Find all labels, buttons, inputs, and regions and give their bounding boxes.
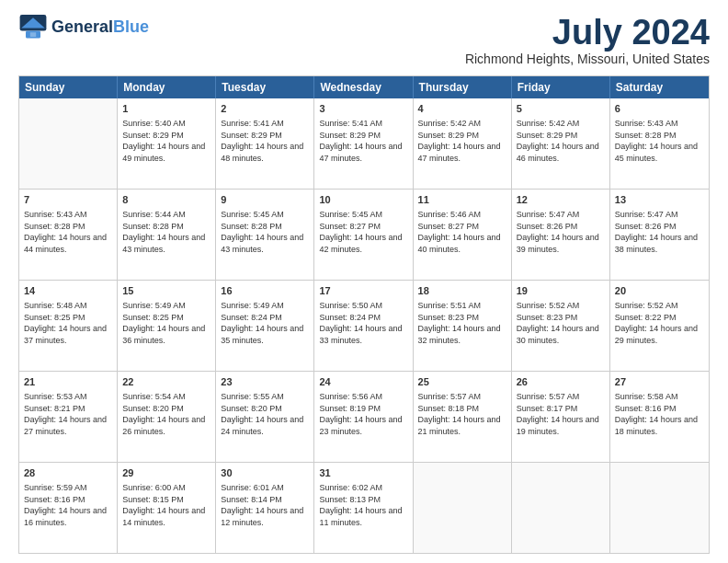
cell-info: Sunrise: 5:41 AMSunset: 8:29 PMDaylight:… [221,119,303,163]
day-number: 23 [221,375,309,389]
day-number: 21 [24,375,112,389]
header: GeneralBlue July 2024 Richmond Heights, … [18,15,710,66]
calendar-cell-1-3: 2 Sunrise: 5:41 AMSunset: 8:29 PMDayligh… [216,98,314,189]
cell-info: Sunrise: 5:45 AMSunset: 8:28 PMDaylight:… [221,210,303,254]
day-number: 20 [615,284,704,298]
day-number: 13 [615,193,704,207]
subtitle: Richmond Heights, Missouri, United State… [465,52,710,66]
day-number: 18 [418,284,506,298]
cell-info: Sunrise: 5:40 AMSunset: 8:29 PMDaylight:… [122,119,205,163]
cell-info: Sunrise: 5:49 AMSunset: 8:24 PMDaylight:… [221,301,303,345]
day-number: 24 [319,375,407,389]
calendar-row-1: 1 Sunrise: 5:40 AMSunset: 8:29 PMDayligh… [19,98,709,190]
cell-info: Sunrise: 5:54 AMSunset: 8:20 PMDaylight:… [122,392,205,436]
logo-text: GeneralBlue [51,18,149,37]
header-friday: Friday [512,76,610,98]
calendar-cell-2-2: 8 Sunrise: 5:44 AMSunset: 8:28 PMDayligh… [118,190,216,280]
calendar-cell-4-4: 24 Sunrise: 5:56 AMSunset: 8:19 PMDaylig… [314,372,413,462]
calendar-cell-5-7 [610,463,709,553]
title-area: July 2024 Richmond Heights, Missouri, Un… [465,15,710,66]
day-number: 1 [122,102,210,116]
calendar-cell-1-5: 4 Sunrise: 5:42 AMSunset: 8:29 PMDayligh… [414,98,512,189]
calendar-cell-4-1: 21 Sunrise: 5:53 AMSunset: 8:21 PMDaylig… [19,372,118,462]
calendar-cell-1-4: 3 Sunrise: 5:41 AMSunset: 8:29 PMDayligh… [314,98,413,189]
header-monday: Monday [118,76,216,98]
cell-info: Sunrise: 6:00 AMSunset: 8:15 PMDaylight:… [122,483,205,527]
calendar-cell-5-5 [414,463,512,553]
cell-info: Sunrise: 5:49 AMSunset: 8:25 PMDaylight:… [122,301,205,345]
day-number: 4 [418,102,506,116]
calendar-cell-1-7: 6 Sunrise: 5:43 AMSunset: 8:28 PMDayligh… [610,98,709,189]
cell-info: Sunrise: 5:51 AMSunset: 8:23 PMDaylight:… [418,301,501,345]
cell-info: Sunrise: 5:46 AMSunset: 8:27 PMDaylight:… [418,210,501,254]
day-number: 12 [517,193,605,207]
calendar-cell-1-6: 5 Sunrise: 5:42 AMSunset: 8:29 PMDayligh… [512,98,610,189]
cell-info: Sunrise: 5:42 AMSunset: 8:29 PMDaylight:… [418,119,501,163]
day-number: 15 [122,284,210,298]
calendar-cell-2-7: 13 Sunrise: 5:47 AMSunset: 8:26 PMDaylig… [610,190,709,280]
header-thursday: Thursday [414,76,512,98]
cell-info: Sunrise: 5:59 AMSunset: 8:16 PMDaylight:… [24,483,107,527]
calendar-cell-3-5: 18 Sunrise: 5:51 AMSunset: 8:23 PMDaylig… [414,281,512,371]
calendar-row-2: 7 Sunrise: 5:43 AMSunset: 8:28 PMDayligh… [19,190,709,281]
cell-info: Sunrise: 5:44 AMSunset: 8:28 PMDaylight:… [122,210,205,254]
cell-info: Sunrise: 6:01 AMSunset: 8:14 PMDaylight:… [221,483,303,527]
calendar-cell-4-7: 27 Sunrise: 5:58 AMSunset: 8:16 PMDaylig… [610,372,709,462]
cell-info: Sunrise: 5:43 AMSunset: 8:28 PMDaylight:… [24,210,107,254]
cell-info: Sunrise: 5:48 AMSunset: 8:25 PMDaylight:… [24,301,107,345]
calendar-header: Sunday Monday Tuesday Wednesday Thursday… [19,76,709,98]
calendar-cell-5-3: 30 Sunrise: 6:01 AMSunset: 8:14 PMDaylig… [216,463,314,553]
svg-rect-3 [30,32,36,37]
calendar-cell-5-6 [512,463,610,553]
day-number: 31 [319,466,407,480]
calendar-cell-4-6: 26 Sunrise: 5:57 AMSunset: 8:17 PMDaylig… [512,372,610,462]
calendar-cell-3-2: 15 Sunrise: 5:49 AMSunset: 8:25 PMDaylig… [118,281,216,371]
calendar-cell-5-4: 31 Sunrise: 6:02 AMSunset: 8:13 PMDaylig… [314,463,413,553]
calendar-cell-3-4: 17 Sunrise: 5:50 AMSunset: 8:24 PMDaylig… [314,281,413,371]
calendar-cell-5-1: 28 Sunrise: 5:59 AMSunset: 8:16 PMDaylig… [19,463,118,553]
calendar-cell-2-6: 12 Sunrise: 5:47 AMSunset: 8:26 PMDaylig… [512,190,610,280]
cell-info: Sunrise: 5:57 AMSunset: 8:17 PMDaylight:… [517,392,599,436]
calendar-cell-4-3: 23 Sunrise: 5:55 AMSunset: 8:20 PMDaylig… [216,372,314,462]
header-wednesday: Wednesday [314,76,413,98]
calendar-row-3: 14 Sunrise: 5:48 AMSunset: 8:25 PMDaylig… [19,281,709,372]
calendar-cell-3-6: 19 Sunrise: 5:52 AMSunset: 8:23 PMDaylig… [512,281,610,371]
cell-info: Sunrise: 5:43 AMSunset: 8:28 PMDaylight:… [615,119,698,163]
cell-info: Sunrise: 5:53 AMSunset: 8:21 PMDaylight:… [24,392,107,436]
calendar-cell-4-5: 25 Sunrise: 5:57 AMSunset: 8:18 PMDaylig… [414,372,512,462]
calendar-body: 1 Sunrise: 5:40 AMSunset: 8:29 PMDayligh… [19,98,709,553]
day-number: 5 [517,102,605,116]
cell-info: Sunrise: 5:45 AMSunset: 8:27 PMDaylight:… [319,210,402,254]
cell-info: Sunrise: 5:47 AMSunset: 8:26 PMDaylight:… [517,210,599,254]
calendar-cell-1-2: 1 Sunrise: 5:40 AMSunset: 8:29 PMDayligh… [118,98,216,189]
cell-info: Sunrise: 5:58 AMSunset: 8:16 PMDaylight:… [615,392,698,436]
calendar-cell-4-2: 22 Sunrise: 5:54 AMSunset: 8:20 PMDaylig… [118,372,216,462]
cell-info: Sunrise: 5:57 AMSunset: 8:18 PMDaylight:… [418,392,501,436]
calendar-cell-3-7: 20 Sunrise: 5:52 AMSunset: 8:22 PMDaylig… [610,281,709,371]
cell-info: Sunrise: 5:41 AMSunset: 8:29 PMDaylight:… [319,119,402,163]
day-number: 17 [319,284,407,298]
day-number: 28 [24,466,112,480]
cell-info: Sunrise: 5:50 AMSunset: 8:24 PMDaylight:… [319,301,402,345]
page: GeneralBlue July 2024 Richmond Heights, … [0,0,728,563]
calendar-row-5: 28 Sunrise: 5:59 AMSunset: 8:16 PMDaylig… [19,463,709,553]
calendar-cell-3-1: 14 Sunrise: 5:48 AMSunset: 8:25 PMDaylig… [19,281,118,371]
calendar: Sunday Monday Tuesday Wednesday Thursday… [18,75,710,554]
calendar-cell-3-3: 16 Sunrise: 5:49 AMSunset: 8:24 PMDaylig… [216,281,314,371]
cell-info: Sunrise: 5:55 AMSunset: 8:20 PMDaylight:… [221,392,303,436]
day-number: 16 [221,284,309,298]
day-number: 9 [221,193,309,207]
calendar-row-4: 21 Sunrise: 5:53 AMSunset: 8:21 PMDaylig… [19,372,709,463]
cell-info: Sunrise: 6:02 AMSunset: 8:13 PMDaylight:… [319,483,402,527]
day-number: 6 [615,102,704,116]
cell-info: Sunrise: 5:42 AMSunset: 8:29 PMDaylight:… [517,119,599,163]
cell-info: Sunrise: 5:52 AMSunset: 8:22 PMDaylight:… [615,301,698,345]
day-number: 3 [319,102,407,116]
logo-icon [18,15,48,40]
cell-info: Sunrise: 5:47 AMSunset: 8:26 PMDaylight:… [615,210,698,254]
day-number: 10 [319,193,407,207]
day-number: 26 [517,375,605,389]
day-number: 11 [418,193,506,207]
day-number: 2 [221,102,309,116]
day-number: 27 [615,375,704,389]
